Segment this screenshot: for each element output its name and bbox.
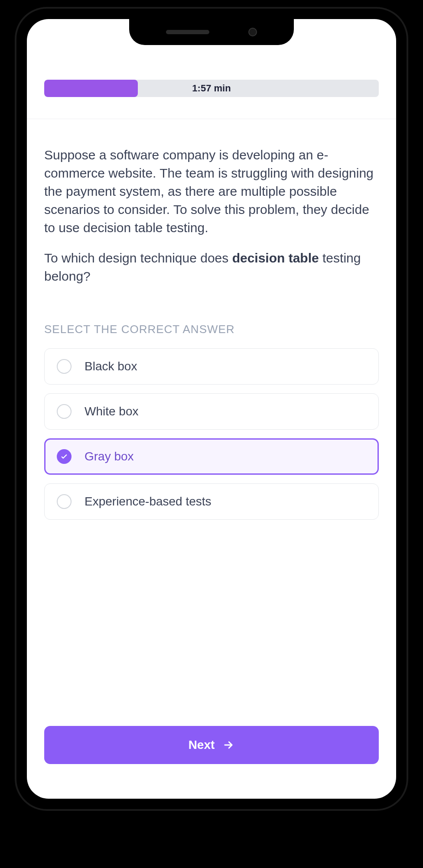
instruction-label: SELECT THE CORRECT ANSWER <box>44 323 379 336</box>
timer-label: 1:57 min <box>192 83 231 94</box>
next-button-label: Next <box>189 738 215 752</box>
spacer <box>44 520 379 726</box>
option-experience-based[interactable]: Experience-based tests <box>44 483 379 520</box>
question-p2-prefix: To which design technique does <box>44 251 232 265</box>
question-p2-bold: decision table <box>232 251 319 265</box>
option-white-box[interactable]: White box <box>44 393 379 430</box>
notch-speaker <box>166 30 209 34</box>
radio-icon <box>57 404 72 419</box>
option-label: Black box <box>85 360 137 373</box>
question-block: Suppose a software company is developing… <box>44 146 379 285</box>
radio-icon <box>57 494 72 509</box>
option-black-box[interactable]: Black box <box>44 348 379 385</box>
options-list: Black box White box Gray box <box>44 348 379 520</box>
question-paragraph-1: Suppose a software company is developing… <box>44 146 379 237</box>
option-gray-box[interactable]: Gray box <box>44 438 379 475</box>
next-button[interactable]: Next <box>44 726 379 764</box>
option-label: White box <box>85 405 139 418</box>
arrow-right-icon <box>222 739 234 751</box>
content-area: 1:57 min Suppose a software company is d… <box>27 19 396 799</box>
phone-screen: 1:57 min Suppose a software company is d… <box>27 19 396 799</box>
option-label: Gray box <box>85 450 134 463</box>
phone-notch <box>129 19 294 45</box>
notch-camera <box>248 28 257 36</box>
phone-frame: 1:57 min Suppose a software company is d… <box>16 9 407 809</box>
radio-checked-icon <box>57 449 72 464</box>
timer-progress-fill <box>44 80 138 97</box>
question-paragraph-2: To which design technique does decision … <box>44 249 379 285</box>
option-label: Experience-based tests <box>85 495 212 508</box>
radio-icon <box>57 359 72 374</box>
divider <box>27 119 396 119</box>
timer-progress-bar: 1:57 min <box>44 80 379 97</box>
